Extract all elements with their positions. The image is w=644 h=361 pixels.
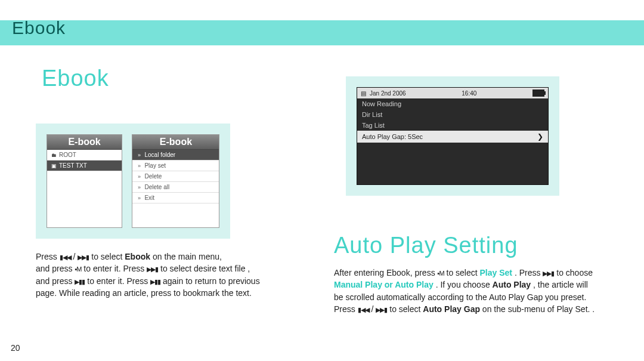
- text: page. While reading an article, press to…: [36, 288, 252, 298]
- text: and press: [36, 264, 75, 273]
- list-item: » Delete all: [132, 182, 219, 193]
- ebook-screenshots-panel: E-book 🖿 ROOT ▣ TEST TXT E-book » Local …: [36, 124, 230, 239]
- text: to enter it. Press: [83, 264, 147, 273]
- fast-forward-icon: ▶▶▮: [543, 270, 554, 277]
- ebook-instructions: Press ▮◀◀ / ▶▶▮ to select Ebook on the m…: [36, 251, 322, 299]
- play-pause-icon: ▶▮▮: [150, 278, 160, 285]
- list-item: Auto Play Gap: 5Sec ❯: [357, 131, 548, 143]
- status-time: 16:40: [462, 90, 476, 97]
- list-item-label: Local folder: [144, 152, 175, 158]
- list-item: » Local folder: [132, 150, 219, 161]
- autoplay-device: ▤ Jan 2nd 2006 16:40 Now Reading Dir Lis…: [357, 87, 549, 185]
- menu-icon: ▪M: [75, 266, 81, 273]
- chevron-icon: »: [136, 184, 142, 190]
- next-track-icon: ▶▶▮: [376, 306, 387, 313]
- bold-text: Auto Play: [493, 280, 531, 289]
- section-title-autoplay: Auto Play Setting: [334, 233, 620, 258]
- play-pause-icon: ▶▮▮: [75, 278, 85, 285]
- bold-text: Ebook: [125, 252, 150, 261]
- autoplay-instructions: After entering Ebook, press ▪M to select…: [334, 267, 620, 315]
- list-item: Tag List: [357, 120, 548, 131]
- device2-header: E-book: [132, 135, 219, 150]
- book-icon: ▤: [361, 90, 366, 97]
- list-item-label: Now Reading: [362, 100, 401, 107]
- text: Press: [36, 252, 60, 261]
- autoplay-screenshot-panel: ▤ Jan 2nd 2006 16:40 Now Reading Dir Lis…: [346, 76, 559, 196]
- autoplay-menu: Now Reading Dir List Tag List Auto Play …: [357, 98, 548, 143]
- text: again to return to previous: [163, 276, 260, 286]
- prev-track-icon: ▮◀◀: [60, 254, 71, 261]
- left-column: Ebook E-book 🖿 ROOT ▣ TEST TXT E-book »: [36, 66, 322, 299]
- text: . Press: [515, 268, 543, 277]
- next-track-icon: ▶▶▮: [78, 254, 89, 261]
- band-title: Ebook: [12, 18, 66, 38]
- list-item-label: Delete all: [144, 184, 169, 190]
- list-item-label: Exit: [144, 195, 154, 201]
- text: to select: [447, 268, 480, 277]
- ebook-device-filelist: E-book 🖿 ROOT ▣ TEST TXT: [47, 134, 122, 228]
- fast-forward-icon: ▶▶▮: [147, 266, 158, 273]
- text: After entering Ebook, press: [334, 268, 438, 277]
- text: on the sub-menu of Play Set. .: [482, 304, 595, 314]
- header-band: Ebook: [0, 20, 644, 45]
- text: be scrolled automatically according to t…: [334, 292, 586, 302]
- list-item-label: TEST TXT: [59, 162, 87, 169]
- list-item: » Delete: [132, 171, 219, 182]
- text: to enter it. Press: [87, 276, 150, 286]
- folder-icon: 🖿: [51, 152, 57, 158]
- text: to select: [389, 304, 423, 314]
- list-item: Now Reading: [357, 98, 548, 109]
- accent-text: Play Set: [480, 268, 512, 277]
- list-item: ▣ TEST TXT: [47, 161, 122, 171]
- text: on the main menu,: [153, 252, 222, 261]
- list-item: Dir List: [357, 109, 548, 120]
- chevron-icon: »: [136, 163, 142, 169]
- file-icon: ▣: [51, 163, 57, 169]
- list-item-label: Dir List: [362, 111, 382, 118]
- text: , the article will: [533, 280, 588, 289]
- list-item-label: ROOT: [59, 152, 76, 158]
- chevron-icon: »: [136, 195, 142, 201]
- device1-header: E-book: [47, 135, 122, 150]
- list-item: » Play set: [132, 161, 219, 171]
- menu-icon: ▪M: [438, 270, 444, 277]
- chevron-icon: »: [136, 174, 142, 180]
- text: . If you choose: [436, 280, 493, 289]
- ebook-device-menu: E-book » Local folder » Play set » Delet…: [132, 134, 219, 228]
- list-item-label: Play set: [144, 162, 166, 169]
- section-title-ebook: Ebook: [42, 66, 322, 91]
- text: to select desire text file ,: [160, 264, 250, 273]
- text: to choose: [556, 268, 593, 277]
- chevron-icon: »: [136, 152, 142, 158]
- list-item-label: Tag List: [362, 122, 385, 129]
- list-item: » Exit: [132, 193, 219, 203]
- list-item: 🖿 ROOT: [47, 150, 122, 161]
- list-item-label: Auto Play Gap: 5Sec: [362, 133, 423, 140]
- battery-icon: [532, 90, 544, 97]
- text: Press: [334, 304, 358, 314]
- right-column: ▤ Jan 2nd 2006 16:40 Now Reading Dir Lis…: [334, 66, 620, 315]
- bold-text: Auto Play Gap: [423, 304, 480, 314]
- status-bar: ▤ Jan 2nd 2006 16:40: [357, 88, 548, 98]
- accent-text: Manual Play or Auto Play: [334, 280, 434, 289]
- text: to select: [91, 252, 125, 261]
- chevron-right-icon: ❯: [537, 132, 543, 141]
- status-date: Jan 2nd 2006: [370, 90, 406, 97]
- list-item-label: Delete: [144, 173, 162, 180]
- text: and press: [36, 276, 75, 286]
- page-number: 20: [11, 343, 20, 353]
- prev-track-icon: ▮◀◀: [358, 306, 369, 313]
